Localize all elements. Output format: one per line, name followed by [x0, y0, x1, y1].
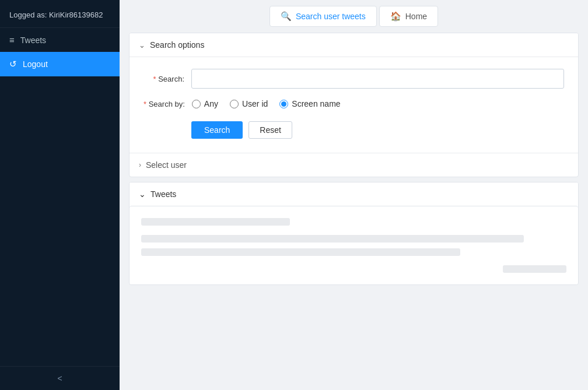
sidebar-item-logout[interactable]: ↺ Logout: [0, 52, 120, 76]
sidebar: Logged as: KiriKir86139682 ≡ Tweets ↺ Lo…: [0, 0, 120, 390]
search-form: * Search: * Search by: Any: [130, 57, 578, 153]
search-topbar-icon: 🔍: [281, 11, 292, 22]
skeleton-line-3: [141, 248, 460, 256]
tweets-section-header[interactable]: ⌄ Tweets: [130, 182, 578, 206]
radio-any-label[interactable]: Any: [192, 99, 218, 108]
search-options-chevron-icon: ⌄: [139, 41, 145, 50]
search-user-tweets-button[interactable]: 🔍 Search user tweets: [270, 6, 377, 27]
radio-any-text: Any: [204, 99, 218, 108]
collapse-icon: <: [57, 374, 62, 383]
logged-in-user: Logged as: KiriKir86139682: [0, 0, 120, 28]
select-user-label: Select user: [146, 160, 187, 170]
tweets-section-title: Tweets: [150, 189, 176, 199]
select-user-chevron-icon: ›: [139, 161, 141, 169]
search-by-label: * Search by:: [144, 100, 185, 108]
reset-button-label: Reset: [260, 125, 281, 135]
sidebar-nav: ≡ Tweets ↺ Logout: [0, 28, 120, 366]
skeleton-line-4: [503, 265, 566, 273]
search-by-row: * Search by: Any User id: [144, 99, 564, 108]
search-input[interactable]: [191, 69, 564, 89]
search-field-label: * Search:: [144, 75, 184, 83]
home-label: Home: [405, 12, 427, 21]
radio-user-id-text: User id: [242, 99, 268, 108]
search-options-card: ⌄ Search options * Search: * Search b: [129, 33, 579, 177]
reset-button[interactable]: Reset: [249, 121, 292, 139]
search-input-row: * Search:: [144, 69, 564, 89]
username-label: Logged as: KiriKir86139682: [9, 10, 103, 19]
page-content: ⌄ Search options * Search: * Search b: [120, 33, 588, 390]
tweets-card: ⌄ Tweets: [129, 182, 579, 285]
tweets-icon: ≡: [9, 35, 15, 45]
radio-screen-name[interactable]: [279, 100, 288, 108]
select-user-row[interactable]: › Select user: [130, 153, 578, 177]
search-by-radio-group: Any User id Screen name: [192, 99, 341, 108]
search-button[interactable]: Search: [191, 121, 243, 139]
radio-screen-name-label[interactable]: Screen name: [279, 99, 340, 108]
tweets-chevron-icon: ⌄: [139, 189, 146, 199]
topbar: 🔍 Search user tweets 🏠 Home: [120, 0, 588, 33]
tweets-loading-skeleton: [130, 206, 578, 284]
home-button[interactable]: 🏠 Home: [379, 6, 438, 27]
sidebar-item-tweets-label: Tweets: [20, 36, 46, 45]
search-options-header[interactable]: ⌄ Search options: [130, 33, 578, 57]
sidebar-item-logout-label: Logout: [23, 59, 48, 69]
search-topbar-label: Search user tweets: [296, 12, 366, 21]
main-content: 🔍 Search user tweets 🏠 Home ⌄ Search opt…: [120, 0, 588, 390]
skeleton-line-2: [141, 235, 524, 243]
sidebar-item-tweets[interactable]: ≡ Tweets: [0, 28, 120, 52]
radio-user-id[interactable]: [230, 100, 239, 108]
search-options-title: Search options: [150, 40, 204, 50]
logout-icon: ↺: [9, 59, 17, 69]
skeleton-line-1: [141, 218, 290, 226]
search-button-label: Search: [204, 125, 230, 135]
radio-user-id-label[interactable]: User id: [230, 99, 268, 108]
radio-any[interactable]: [192, 100, 201, 108]
sidebar-collapse-button[interactable]: <: [0, 366, 120, 390]
radio-screen-name-text: Screen name: [292, 99, 340, 108]
home-icon: 🏠: [390, 11, 401, 22]
form-buttons: Search Reset: [144, 119, 564, 143]
